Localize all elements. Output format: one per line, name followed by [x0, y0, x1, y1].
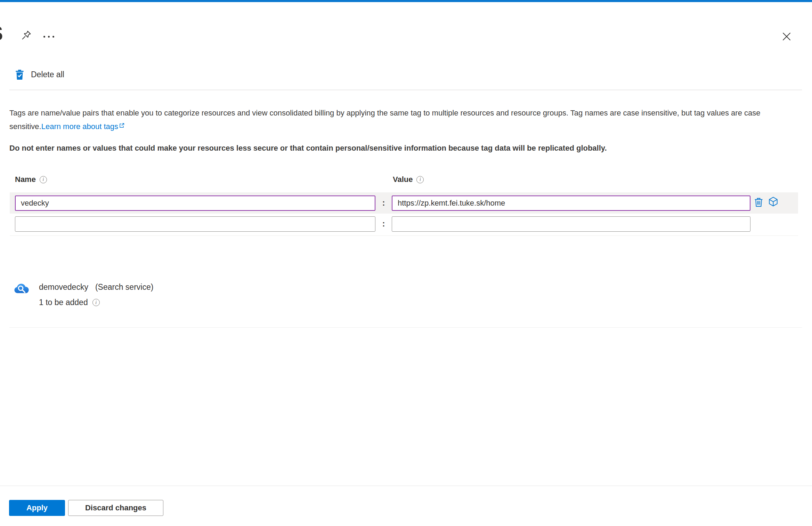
close-icon: [781, 31, 792, 43]
close-button[interactable]: [779, 29, 795, 45]
tags-blade: S Delete all: [0, 0, 812, 526]
tag-separator-1: :: [375, 198, 392, 208]
discard-changes-button[interactable]: Discard changes: [68, 500, 163, 516]
warning-text: Do not enter names or values that could …: [9, 144, 807, 153]
value-column-label: Value: [393, 175, 413, 184]
resource-divider: [9, 327, 802, 328]
name-info-icon[interactable]: i: [40, 176, 47, 183]
trash-icon: [753, 197, 764, 209]
value-column-header: Value i: [393, 175, 424, 184]
delete-all-button[interactable]: Delete all: [15, 70, 64, 80]
more-options-button[interactable]: [40, 31, 57, 42]
apply-button[interactable]: Apply: [9, 500, 65, 516]
delete-tag-button[interactable]: [752, 197, 765, 209]
rows-divider: [10, 236, 798, 236]
tag-separator-2: :: [375, 219, 392, 229]
ellipsis-icon: [43, 36, 45, 38]
top-accent-bar: [0, 0, 812, 2]
pin-icon: [21, 30, 32, 42]
tags-description: Tags are name/value pairs that enable yo…: [9, 106, 807, 133]
value-info-icon[interactable]: i: [416, 176, 424, 183]
resource-name: demovedecky: [39, 282, 88, 292]
status-info-icon[interactable]: i: [92, 299, 100, 306]
toolbar-divider: [9, 90, 802, 90]
delete-all-icon: [15, 70, 24, 80]
external-link-icon: [119, 119, 125, 132]
resource-summary: demovedecky (Search service) 1 to be add…: [13, 280, 153, 307]
delete-all-label: Delete all: [31, 70, 64, 79]
tag-value-input-2[interactable]: [392, 216, 750, 232]
search-service-icon: [13, 280, 30, 297]
tag-value-input-1[interactable]: [392, 196, 750, 211]
page-title-partial: S: [0, 22, 3, 45]
tag-name-input-1[interactable]: [15, 196, 375, 211]
name-column-header: Name i: [15, 175, 47, 184]
cube-icon: [768, 196, 779, 208]
tag-name-input-2[interactable]: [15, 216, 375, 232]
learn-more-link[interactable]: Learn more about tags: [41, 122, 125, 131]
pin-button[interactable]: [19, 28, 34, 43]
resource-status: 1 to be added: [39, 298, 88, 307]
resource-cube-button[interactable]: [767, 196, 779, 208]
resource-type: (Search service): [95, 282, 153, 292]
name-column-label: Name: [15, 175, 36, 184]
footer-divider: [0, 486, 812, 486]
